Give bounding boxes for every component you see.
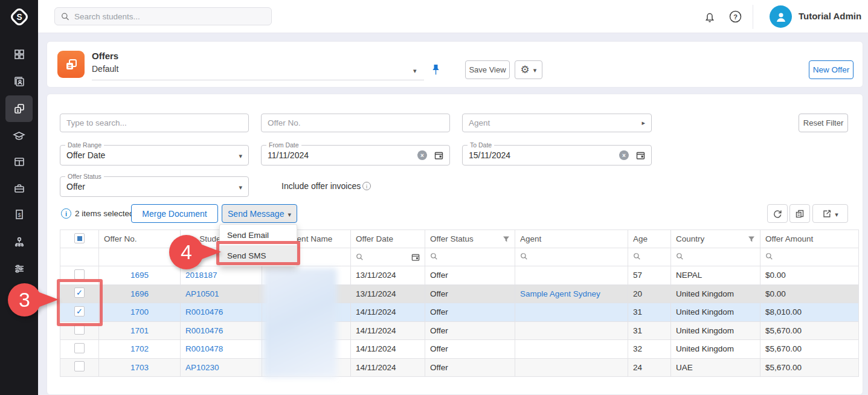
user-name: Tutorial Admin [799, 11, 861, 21]
filter-cell-agent[interactable] [515, 248, 628, 266]
filter-cell-age[interactable] [628, 248, 671, 266]
student-no-link[interactable]: R0010478 [185, 344, 223, 353]
row-checkbox[interactable] [74, 269, 85, 280]
offer-no-link[interactable]: 1696 [130, 289, 149, 298]
grid-search-field[interactable] [60, 114, 249, 132]
sidebar-item-students[interactable] [5, 68, 33, 95]
annotation-marker-3: 3 [8, 283, 41, 316]
offers-module-icon [57, 51, 85, 78]
col-age[interactable]: Age [628, 230, 671, 248]
offer-no-field[interactable] [261, 114, 450, 132]
filter-cell-country[interactable] [671, 248, 760, 266]
bell-icon [704, 10, 716, 23]
briefcase-icon [13, 182, 25, 194]
new-offer-button[interactable]: New Offer [809, 60, 854, 79]
annotation-box-send-sms [216, 241, 300, 265]
app-logo[interactable]: S [0, 0, 38, 33]
sidebar-item-services[interactable] [5, 175, 33, 202]
offer-no-link[interactable]: 1702 [130, 344, 149, 353]
help-button[interactable]: ? [728, 9, 742, 24]
filter-cell-offer-date[interactable] [351, 248, 425, 266]
student-no-link[interactable]: 2018187 [185, 271, 217, 280]
sidebar-item-courses[interactable] [5, 123, 33, 149]
student-no-link[interactable]: R0010476 [185, 307, 223, 316]
offer-no-link[interactable]: 1700 [130, 307, 149, 316]
date-range-select[interactable]: Date Range Offer Date [60, 145, 249, 165]
global-search[interactable] [54, 7, 272, 25]
student-no-link[interactable]: AP10501 [185, 289, 219, 298]
offer-status-caret-icon[interactable] [239, 181, 242, 192]
student-no-link[interactable]: AP10230 [185, 363, 219, 372]
app-window: S $ ? Tutorial Admin Offers [0, 0, 868, 395]
calendar-icon[interactable] [434, 151, 443, 160]
row-checkbox[interactable] [74, 343, 85, 353]
filter-icon[interactable] [748, 236, 755, 243]
student-name-blur-overlay [263, 268, 337, 377]
agent-link[interactable]: Sample Agent Sydney [520, 289, 600, 298]
sidebar-item-invoices[interactable]: $ [5, 201, 33, 228]
col-country[interactable]: Country [671, 230, 760, 248]
export-button[interactable] [812, 204, 848, 223]
sidebar-item-preferences[interactable] [5, 255, 33, 282]
from-date-value: 11/11/2024 [268, 150, 309, 160]
calendar-icon[interactable] [636, 151, 645, 160]
filter-cell-offer-status[interactable] [425, 248, 515, 266]
include-invoices-label: Include offer invoices [281, 181, 361, 191]
sidebar-item-offers[interactable] [5, 95, 33, 122]
filter-cell-offer-no[interactable] [99, 248, 181, 266]
offer-status-cell: Offer [425, 321, 515, 340]
to-date-label: To Date [468, 141, 494, 149]
sidebar-item-boards[interactable] [5, 149, 33, 175]
calendar-icon[interactable] [411, 253, 420, 262]
offer-no-link[interactable]: 1703 [130, 363, 149, 372]
row-checkbox[interactable] [74, 361, 85, 371]
age-cell: 57 [628, 266, 671, 285]
agent-cell [515, 321, 628, 340]
brand-logo-icon: S [9, 7, 30, 27]
search-icon [520, 252, 528, 260]
avatar[interactable] [770, 5, 792, 28]
col-offer-no[interactable]: Offer No. [99, 230, 181, 248]
col-offer-amount[interactable]: Offer Amount [760, 230, 859, 248]
select-all-checkbox[interactable] [74, 233, 85, 243]
offer-no-link[interactable]: 1701 [130, 326, 149, 335]
date-range-value: Offer Date [66, 150, 105, 160]
filter-icon[interactable] [503, 236, 510, 243]
column-chooser-button[interactable] [789, 204, 810, 223]
notifications-button[interactable] [702, 9, 717, 24]
offer-no-input[interactable] [268, 118, 443, 127]
student-no-link[interactable]: R0010476 [185, 326, 223, 335]
save-view-button[interactable]: Save View [465, 60, 510, 79]
col-offer-status[interactable]: Offer Status [425, 230, 515, 248]
search-input[interactable] [74, 12, 265, 21]
filter-cell-amount[interactable] [760, 248, 859, 266]
topbar: ? Tutorial Admin [38, 0, 868, 33]
view-select-caret-icon[interactable] [413, 66, 417, 75]
annotation-box-checkboxes [57, 279, 103, 326]
date-range-caret-icon[interactable] [239, 150, 242, 161]
col-offer-date[interactable]: Offer Date [351, 230, 425, 248]
sidebar-item-dashboard[interactable] [5, 41, 33, 68]
send-message-button[interactable]: Send Message [222, 204, 297, 223]
refresh-button[interactable] [767, 204, 788, 223]
offer-no-link[interactable]: 1695 [130, 271, 149, 280]
clear-icon[interactable] [619, 150, 629, 160]
reset-filter-button[interactable]: Reset Filter [799, 114, 848, 132]
clear-icon[interactable] [417, 150, 427, 160]
graduation-cap-icon [13, 130, 25, 142]
svg-text:$: $ [18, 212, 21, 218]
from-date-field[interactable]: From Date 11/11/2024 [261, 145, 450, 165]
offer-status-select[interactable]: Offer Status Offer [60, 176, 249, 197]
view-select[interactable]: Default [92, 64, 424, 80]
offers-icon [13, 103, 25, 115]
to-date-field[interactable]: To Date 15/11/2024 [462, 145, 652, 165]
age-cell: 24 [628, 358, 671, 377]
agent-dropdown[interactable]: Agent▸ [462, 114, 652, 132]
col-agent[interactable]: Agent [515, 230, 628, 248]
pin-icon[interactable] [431, 63, 440, 78]
grid-search-input[interactable] [66, 118, 242, 127]
merge-document-button[interactable]: Merge Document [131, 204, 218, 223]
annotation-pointer [36, 291, 59, 308]
view-settings-button[interactable]: ⚙ [515, 60, 542, 79]
sidebar-item-agents[interactable] [5, 228, 33, 255]
